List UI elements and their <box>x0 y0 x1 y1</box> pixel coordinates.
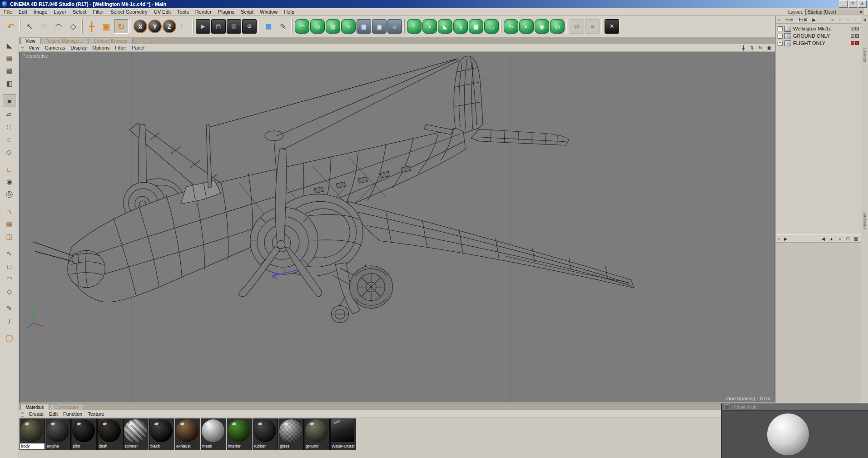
search-icon[interactable]: ○ <box>829 17 835 22</box>
material-swatch[interactable]: ground <box>304 418 330 450</box>
history-back-icon[interactable]: ◀ <box>820 236 826 241</box>
expand-icon[interactable]: + <box>778 41 783 46</box>
brush-icon[interactable]: ✎ <box>3 303 16 314</box>
material-name[interactable]: interior <box>227 443 252 449</box>
expand-icon[interactable]: + <box>778 26 783 31</box>
layer-chip[interactable] <box>855 27 859 30</box>
menu-item[interactable]: Help <box>281 9 298 15</box>
material-name[interactable]: exhaust <box>175 443 200 449</box>
selection-tool-icon[interactable]: ↖ <box>23 20 36 33</box>
axis-mode-icon[interactable]: ∟ <box>3 163 16 175</box>
lock-workplane-icon[interactable]: ▦ <box>3 218 16 230</box>
subdivision-surface-icon[interactable]: ◠ <box>295 19 309 34</box>
object-tree-row[interactable]: + Wellington Mk-1c <box>776 25 861 32</box>
points-mode-icon[interactable]: ∷ <box>3 121 15 133</box>
menu-item[interactable]: File <box>1 9 15 15</box>
model-mode-icon[interactable]: ▦ <box>3 52 16 64</box>
rotate-view-icon[interactable]: ↻ <box>757 45 764 51</box>
magnet-icon[interactable]: ∩ <box>3 205 16 217</box>
material-swatch[interactable]: glass <box>278 418 304 450</box>
texture-mode-icon[interactable]: ▩ <box>3 65 16 77</box>
menu-item[interactable]: Image <box>30 9 51 15</box>
panel-handle[interactable] <box>778 17 780 22</box>
material-swatch[interactable]: dash <box>97 418 123 450</box>
polygons-mode-icon[interactable]: ◇ <box>3 146 15 158</box>
add-primitive-cube-icon[interactable]: ■ <box>262 20 275 33</box>
side-tab[interactable]: Attributes <box>863 212 867 229</box>
merge-icon[interactable]: ≡ <box>585 19 600 34</box>
material-name[interactable]: glass <box>279 443 303 449</box>
material-swatch[interactable]: body <box>20 418 45 450</box>
close-button[interactable]: × <box>858 0 867 8</box>
material-tab[interactable]: Materials <box>20 404 49 410</box>
material-name[interactable]: metal <box>201 443 226 449</box>
material-name[interactable]: rubber <box>253 443 278 449</box>
interactive-workplane-icon[interactable]: ◫ <box>3 231 16 243</box>
animation-mode-icon[interactable]: ▱ <box>3 108 15 120</box>
menu-item[interactable]: UV Edit <box>151 9 174 15</box>
maximize-button[interactable]: □ <box>848 0 857 8</box>
menu-item[interactable]: Tools <box>174 9 192 15</box>
minimize-button[interactable]: _ <box>839 0 848 8</box>
render-view-icon[interactable]: ▶ <box>196 19 210 34</box>
layer-chip[interactable] <box>851 34 854 38</box>
material-swatch[interactable]: metal <box>201 418 226 450</box>
material-menu-item[interactable]: Create <box>26 411 46 417</box>
spline-pen-icon[interactable]: ✎ <box>276 20 290 33</box>
material-swatch[interactable]: pilot <box>71 418 97 450</box>
material-name[interactable]: dash <box>98 443 122 449</box>
twist-deformer-icon[interactable]: § <box>453 19 468 34</box>
scale-tool-icon[interactable]: ▣ <box>99 20 113 33</box>
collision-icon[interactable]: ◎ <box>550 19 565 34</box>
viewport-tab[interactable]: Texture Manager... <box>41 38 89 44</box>
menu-item[interactable]: Plugins <box>215 9 238 15</box>
menu-item[interactable]: Select <box>69 9 90 15</box>
panel-handle[interactable] <box>21 412 24 417</box>
lasso-selection-icon[interactable]: ◠ <box>52 20 65 33</box>
material-swatch[interactable]: interior <box>227 418 252 450</box>
attribute-manager-area[interactable] <box>776 243 861 403</box>
object-mode-icon[interactable]: ■ <box>3 95 16 107</box>
viewport-menu-item[interactable]: View <box>26 45 42 50</box>
rect-select-icon[interactable]: □ <box>3 260 16 272</box>
light-preview-sphere[interactable] <box>767 413 809 455</box>
bulge-deformer-icon[interactable]: ◖ <box>422 19 437 34</box>
snap-icon[interactable]: Ⓢ <box>3 189 16 200</box>
rotate-ring-icon[interactable]: ◯ <box>3 332 16 344</box>
attr-lock-icon[interactable]: ⊙ <box>845 236 851 241</box>
toggle-layout-icon[interactable]: ▣ <box>766 45 773 51</box>
material-name[interactable]: pilot <box>72 443 96 449</box>
viewport-tab[interactable]: Content Browser <box>89 38 132 44</box>
viewport-menu-item[interactable]: Display <box>68 45 89 50</box>
layer-chip[interactable] <box>855 41 859 45</box>
material-tab[interactable]: Coordinates <box>50 404 84 410</box>
bodypaint-icon[interactable]: × <box>605 19 619 34</box>
material-name[interactable]: Water-Ocean <box>331 443 355 449</box>
attr-grid-icon[interactable]: ▦ <box>853 236 859 241</box>
stage-icon[interactable]: ▤ <box>357 19 371 34</box>
material-name[interactable]: ground <box>305 443 329 449</box>
material-menu-item[interactable]: Texture <box>85 411 107 417</box>
pan-view-icon[interactable]: ╋ <box>740 45 747 51</box>
menu-item[interactable]: Select Geometry <box>107 9 151 15</box>
lock-z-axis-icon[interactable]: Z <box>163 20 176 33</box>
lasso-select-icon[interactable]: ◠ <box>3 273 16 285</box>
viewport-menu-item[interactable]: Filter <box>112 45 129 50</box>
arrow-select-icon[interactable]: ↖ <box>3 248 16 259</box>
checkbox-icon[interactable] <box>724 404 729 409</box>
panel-handle[interactable] <box>21 45 24 50</box>
object-manager-menu-item[interactable]: File <box>783 17 796 22</box>
viewport-nav-icon[interactable]: ◉ <box>3 176 16 188</box>
live-selection-icon[interactable]: ◌ <box>37 20 51 33</box>
layer-chip[interactable] <box>851 41 854 45</box>
minimize-panel-icon[interactable]: − <box>845 17 851 22</box>
object-tree-row[interactable]: + GROUND ONLY <box>776 32 861 40</box>
lock-x-axis-icon[interactable]: X <box>134 20 147 33</box>
workplane-mode-icon[interactable]: ◧ <box>3 78 16 90</box>
material-swatch[interactable]: Water-Ocean <box>330 418 356 450</box>
expand-icon[interactable]: + <box>778 34 783 39</box>
lock-y-axis-icon[interactable]: Y <box>148 20 162 33</box>
xref-icon[interactable]: ⇄ <box>570 19 584 34</box>
render-team-icon[interactable]: ▥ <box>227 19 241 34</box>
material-swatch[interactable]: black <box>149 418 174 450</box>
